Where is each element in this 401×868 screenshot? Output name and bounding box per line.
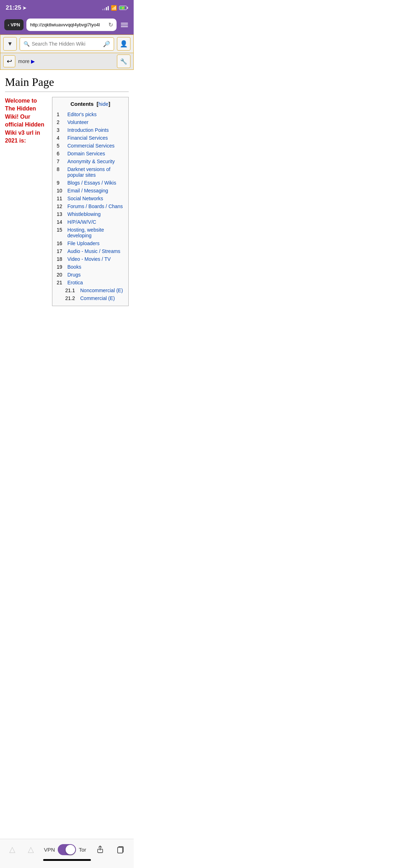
link-darknet-versions[interactable]: Darknet versions of popular sites	[67, 166, 124, 178]
more-link[interactable]: more ▶	[18, 58, 35, 64]
url-bar[interactable]: http://zqktlwiuavvvqqt4ybvgi7tyo4l ↻	[26, 19, 117, 31]
list-item: 14 H/P/A/W/V/C	[57, 218, 124, 226]
list-item: 5 Commercial Services	[57, 142, 124, 150]
menu-button[interactable]	[119, 21, 129, 29]
link-drugs[interactable]: Drugs	[67, 272, 81, 278]
back-arrow-button[interactable]: ↩	[3, 55, 15, 67]
time-display: 21:25	[6, 4, 21, 11]
list-item: 19 Books	[57, 263, 124, 271]
signal-strength	[102, 5, 109, 10]
battery-bolt-icon: ⚡	[121, 6, 125, 10]
contents-box: Contents [hide] 1 Editor's picks 2 Volun…	[52, 97, 129, 306]
refresh-icon[interactable]: ↻	[108, 21, 113, 28]
more-label: more	[18, 58, 30, 64]
link-whistleblowing[interactable]: Whistleblowing	[67, 211, 101, 217]
link-hpawvc[interactable]: H/P/A/W/V/C	[67, 219, 96, 225]
url-text: http://zqktlwiuavvvqqt4ybvgi7tyo4l	[30, 22, 106, 27]
list-item: 18 Video - Movies / TV	[57, 255, 124, 263]
link-commercial-services[interactable]: Commercial Services	[67, 143, 114, 149]
menu-line-1	[121, 23, 128, 24]
contents-header: Contents [hide]	[57, 101, 124, 107]
link-volunteer[interactable]: Volunteer	[67, 119, 88, 125]
list-item: 9 Blogs / Essays / Wikis	[57, 179, 124, 187]
search-box[interactable]: 🔍 🔎	[20, 37, 114, 51]
link-financial-services[interactable]: Financial Services	[67, 135, 108, 141]
signal-bar-3	[106, 7, 107, 10]
link-hosting[interactable]: Hosting, website developing	[67, 227, 124, 238]
link-domain-services[interactable]: Domain Services	[67, 151, 105, 156]
user-icon: 👤	[120, 40, 128, 48]
tools-icon: 🔧	[120, 58, 127, 65]
signal-bar-2	[104, 8, 105, 10]
list-item: 10 Email / Messaging	[57, 187, 124, 195]
list-item: 20 Drugs	[57, 271, 124, 279]
status-time: 21:25 ➤	[6, 4, 26, 11]
link-file-uploaders[interactable]: File Uploaders	[67, 241, 99, 246]
title-divider	[5, 92, 129, 92]
list-item: 1 Editor's picks	[57, 110, 124, 118]
menu-line-2	[121, 25, 128, 25]
status-bar: 21:25 ➤ 📶 ⚡	[0, 0, 134, 16]
link-forums-boards-chans[interactable]: Forums / Boards / Chans	[67, 203, 123, 209]
list-item: 3 Introduction Points	[57, 126, 124, 134]
list-item: 12 Forums / Boards / Chans	[57, 202, 124, 210]
list-item: 7 Anonymity & Security	[57, 157, 124, 165]
page-title: Main Page	[5, 76, 129, 89]
list-item: 17 Audio - Music / Streams	[57, 247, 124, 255]
list-item: 13 Whistleblowing	[57, 210, 124, 218]
list-item: 21.1 Noncommercial (E)	[65, 286, 124, 294]
battery-icon: ⚡	[119, 6, 128, 10]
vpn-button[interactable]: ‹ VPN	[4, 19, 24, 30]
contents-title: Contents	[71, 101, 94, 107]
list-item: 21.2 Commercial (E)	[65, 294, 124, 302]
list-item: 15 Hosting, website developing	[57, 226, 124, 239]
link-noncommercial-e[interactable]: Noncommercial (E)	[80, 288, 123, 293]
signal-bar-4	[108, 6, 109, 10]
contents-hide-link[interactable]: hide	[98, 101, 108, 107]
welcome-text: Welcome to The Hidden Wiki! Our official…	[5, 97, 48, 145]
list-item: 8 Darknet versions of popular sites	[57, 165, 124, 179]
toolbar-row-2: ↩ more ▶ 🔧	[0, 53, 134, 70]
list-item: 16 File Uploaders	[57, 239, 124, 247]
link-blogs-essays-wikis[interactable]: Blogs / Essays / Wikis	[67, 180, 116, 186]
link-audio-music-streams[interactable]: Audio - Music / Streams	[67, 248, 120, 254]
link-editors-picks[interactable]: Editor's picks	[67, 112, 97, 117]
toolbar-row-1: ▼ 🔍 🔎 👤	[0, 35, 134, 53]
link-anonymity-security[interactable]: Anonymity & Security	[67, 159, 115, 164]
user-button[interactable]: 👤	[117, 37, 130, 51]
list-item: 11 Social Networks	[57, 195, 124, 202]
tools-button[interactable]: 🔧	[117, 55, 130, 68]
link-video-movies-tv[interactable]: Video - Movies / TV	[67, 256, 111, 262]
battery-body: ⚡	[119, 6, 127, 10]
list-item: 2 Volunteer	[57, 118, 124, 126]
contents-list: 1 Editor's picks 2 Volunteer 3 Introduct…	[57, 110, 124, 286]
signal-bar-1	[102, 9, 103, 10]
more-arrow-icon: ▶	[31, 58, 35, 64]
menu-line-3	[121, 26, 128, 27]
nav-bar: ‹ VPN http://zqktlwiuavvvqqt4ybvgi7tyo4l…	[0, 16, 134, 35]
dropdown-icon: ▼	[7, 41, 13, 47]
link-erotica[interactable]: Erotica	[67, 280, 83, 285]
search-go-icon[interactable]: 🔎	[103, 41, 110, 47]
list-item: 6 Domain Services	[57, 150, 124, 157]
search-icon: 🔍	[24, 41, 30, 47]
contents-sublist: 21.1 Noncommercial (E) 21.2 Commercial (…	[57, 286, 124, 302]
wifi-icon: 📶	[111, 5, 117, 11]
search-input[interactable]	[32, 41, 101, 47]
back-arrow-icon: ↩	[7, 57, 12, 65]
content-row: Welcome to The Hidden Wiki! Our official…	[5, 97, 129, 306]
list-item: 4 Financial Services	[57, 134, 124, 142]
dropdown-button[interactable]: ▼	[3, 37, 17, 51]
vpn-label: VPN	[11, 22, 20, 27]
link-social-networks[interactable]: Social Networks	[67, 196, 103, 201]
link-email-messaging[interactable]: Email / Messaging	[67, 188, 108, 193]
link-commercial-e[interactable]: Commercial (E)	[80, 295, 115, 301]
main-content: Main Page Welcome to The Hidden Wiki! Ou…	[0, 70, 134, 312]
status-icons: 📶 ⚡	[102, 5, 128, 11]
link-books[interactable]: Books	[67, 264, 81, 270]
link-introduction-points[interactable]: Introduction Points	[67, 127, 109, 133]
vpn-chevron-icon: ‹	[8, 23, 9, 27]
battery-tip	[127, 7, 128, 9]
location-icon: ➤	[22, 5, 26, 11]
list-item: 21 Erotica	[57, 279, 124, 286]
